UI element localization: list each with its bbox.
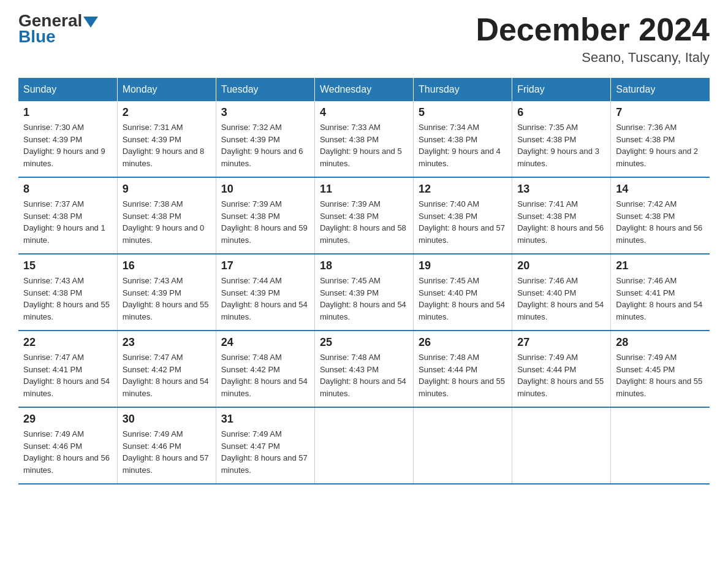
calendar-day-header: Thursday xyxy=(414,78,512,101)
page-header: General Blue December 2024 Seano, Tuscan… xyxy=(18,12,710,66)
day-number: 11 xyxy=(320,183,408,196)
calendar-cell xyxy=(414,407,512,484)
day-number: 26 xyxy=(419,336,507,349)
calendar-day-header: Saturday xyxy=(611,78,710,101)
day-number: 3 xyxy=(221,106,309,119)
calendar-week-row: 8 Sunrise: 7:37 AM Sunset: 4:38 PM Dayli… xyxy=(18,177,710,254)
day-number: 30 xyxy=(123,413,211,426)
calendar-cell: 3 Sunrise: 7:32 AM Sunset: 4:39 PM Dayli… xyxy=(216,101,314,177)
day-number: 4 xyxy=(320,106,408,119)
day-info: Sunrise: 7:49 AM Sunset: 4:45 PM Dayligh… xyxy=(616,351,705,399)
day-number: 17 xyxy=(221,259,309,272)
day-info: Sunrise: 7:46 AM Sunset: 4:40 PM Dayligh… xyxy=(517,275,605,323)
day-number: 15 xyxy=(23,259,112,272)
day-info: Sunrise: 7:47 AM Sunset: 4:42 PM Dayligh… xyxy=(123,351,211,399)
day-info: Sunrise: 7:35 AM Sunset: 4:38 PM Dayligh… xyxy=(517,121,605,169)
day-number: 28 xyxy=(616,336,705,349)
calendar-cell: 19 Sunrise: 7:45 AM Sunset: 4:40 PM Dayl… xyxy=(414,254,512,331)
calendar-cell: 12 Sunrise: 7:40 AM Sunset: 4:38 PM Dayl… xyxy=(414,177,512,254)
day-info: Sunrise: 7:49 AM Sunset: 4:44 PM Dayligh… xyxy=(517,351,605,399)
calendar-cell: 24 Sunrise: 7:48 AM Sunset: 4:42 PM Dayl… xyxy=(216,331,314,407)
day-number: 14 xyxy=(616,183,705,196)
logo-blue-text: Blue xyxy=(18,28,98,45)
day-info: Sunrise: 7:43 AM Sunset: 4:39 PM Dayligh… xyxy=(123,275,211,323)
day-number: 2 xyxy=(123,106,211,119)
calendar-day-header: Monday xyxy=(117,78,216,101)
calendar-cell: 28 Sunrise: 7:49 AM Sunset: 4:45 PM Dayl… xyxy=(611,331,710,407)
calendar-cell: 11 Sunrise: 7:39 AM Sunset: 4:38 PM Dayl… xyxy=(314,177,413,254)
day-info: Sunrise: 7:42 AM Sunset: 4:38 PM Dayligh… xyxy=(616,198,705,246)
calendar-cell: 2 Sunrise: 7:31 AM Sunset: 4:39 PM Dayli… xyxy=(117,101,216,177)
day-info: Sunrise: 7:34 AM Sunset: 4:38 PM Dayligh… xyxy=(419,121,507,169)
day-info: Sunrise: 7:48 AM Sunset: 4:43 PM Dayligh… xyxy=(320,351,408,399)
day-info: Sunrise: 7:45 AM Sunset: 4:39 PM Dayligh… xyxy=(320,275,408,323)
calendar-cell: 27 Sunrise: 7:49 AM Sunset: 4:44 PM Dayl… xyxy=(512,331,611,407)
calendar-cell: 9 Sunrise: 7:38 AM Sunset: 4:38 PM Dayli… xyxy=(117,177,216,254)
calendar-cell: 13 Sunrise: 7:41 AM Sunset: 4:38 PM Dayl… xyxy=(512,177,611,254)
calendar-week-row: 15 Sunrise: 7:43 AM Sunset: 4:38 PM Dayl… xyxy=(18,254,710,331)
day-number: 12 xyxy=(419,183,507,196)
calendar-day-header: Sunday xyxy=(18,78,117,101)
day-info: Sunrise: 7:38 AM Sunset: 4:38 PM Dayligh… xyxy=(123,198,211,246)
day-number: 20 xyxy=(517,259,605,272)
day-info: Sunrise: 7:40 AM Sunset: 4:38 PM Dayligh… xyxy=(419,198,507,246)
calendar-cell xyxy=(314,407,413,484)
calendar-cell: 8 Sunrise: 7:37 AM Sunset: 4:38 PM Dayli… xyxy=(18,177,117,254)
day-info: Sunrise: 7:30 AM Sunset: 4:39 PM Dayligh… xyxy=(23,121,112,169)
calendar-cell: 7 Sunrise: 7:36 AM Sunset: 4:38 PM Dayli… xyxy=(611,101,710,177)
calendar-cell xyxy=(611,407,710,484)
day-number: 8 xyxy=(23,183,112,196)
day-info: Sunrise: 7:31 AM Sunset: 4:39 PM Dayligh… xyxy=(123,121,211,169)
day-number: 31 xyxy=(221,413,309,426)
day-info: Sunrise: 7:44 AM Sunset: 4:39 PM Dayligh… xyxy=(221,275,309,323)
calendar-cell: 23 Sunrise: 7:47 AM Sunset: 4:42 PM Dayl… xyxy=(117,331,216,407)
day-number: 9 xyxy=(123,183,211,196)
location-text: Seano, Tuscany, Italy xyxy=(476,50,710,66)
calendar-cell xyxy=(512,407,611,484)
day-number: 13 xyxy=(517,183,605,196)
day-info: Sunrise: 7:45 AM Sunset: 4:40 PM Dayligh… xyxy=(419,275,507,323)
calendar-cell: 5 Sunrise: 7:34 AM Sunset: 4:38 PM Dayli… xyxy=(414,101,512,177)
day-number: 29 xyxy=(23,413,112,426)
day-info: Sunrise: 7:48 AM Sunset: 4:44 PM Dayligh… xyxy=(419,351,507,399)
day-number: 21 xyxy=(616,259,705,272)
title-section: December 2024 Seano, Tuscany, Italy xyxy=(476,12,710,66)
day-number: 27 xyxy=(517,336,605,349)
calendar-cell: 22 Sunrise: 7:47 AM Sunset: 4:41 PM Dayl… xyxy=(18,331,117,407)
calendar-cell: 6 Sunrise: 7:35 AM Sunset: 4:38 PM Dayli… xyxy=(512,101,611,177)
day-number: 16 xyxy=(123,259,211,272)
calendar-day-header: Tuesday xyxy=(216,78,314,101)
calendar-cell: 20 Sunrise: 7:46 AM Sunset: 4:40 PM Dayl… xyxy=(512,254,611,331)
day-number: 23 xyxy=(123,336,211,349)
calendar-cell: 21 Sunrise: 7:46 AM Sunset: 4:41 PM Dayl… xyxy=(611,254,710,331)
calendar-cell: 4 Sunrise: 7:33 AM Sunset: 4:38 PM Dayli… xyxy=(314,101,413,177)
calendar-cell: 25 Sunrise: 7:48 AM Sunset: 4:43 PM Dayl… xyxy=(314,331,413,407)
month-title: December 2024 xyxy=(476,12,710,47)
day-info: Sunrise: 7:49 AM Sunset: 4:46 PM Dayligh… xyxy=(123,428,211,476)
day-number: 22 xyxy=(23,336,112,349)
calendar-table: SundayMondayTuesdayWednesdayThursdayFrid… xyxy=(18,78,710,484)
day-info: Sunrise: 7:47 AM Sunset: 4:41 PM Dayligh… xyxy=(23,351,112,399)
calendar-header-row: SundayMondayTuesdayWednesdayThursdayFrid… xyxy=(18,78,710,101)
calendar-week-row: 1 Sunrise: 7:30 AM Sunset: 4:39 PM Dayli… xyxy=(18,101,710,177)
day-info: Sunrise: 7:41 AM Sunset: 4:38 PM Dayligh… xyxy=(517,198,605,246)
calendar-cell: 15 Sunrise: 7:43 AM Sunset: 4:38 PM Dayl… xyxy=(18,254,117,331)
calendar-cell: 16 Sunrise: 7:43 AM Sunset: 4:39 PM Dayl… xyxy=(117,254,216,331)
day-info: Sunrise: 7:43 AM Sunset: 4:38 PM Dayligh… xyxy=(23,275,112,323)
calendar-cell: 31 Sunrise: 7:49 AM Sunset: 4:47 PM Dayl… xyxy=(216,407,314,484)
day-number: 24 xyxy=(221,336,309,349)
day-number: 6 xyxy=(517,106,605,119)
day-number: 19 xyxy=(419,259,507,272)
calendar-cell: 30 Sunrise: 7:49 AM Sunset: 4:46 PM Dayl… xyxy=(117,407,216,484)
day-info: Sunrise: 7:36 AM Sunset: 4:38 PM Dayligh… xyxy=(616,121,705,169)
calendar-cell: 10 Sunrise: 7:39 AM Sunset: 4:38 PM Dayl… xyxy=(216,177,314,254)
calendar-cell: 1 Sunrise: 7:30 AM Sunset: 4:39 PM Dayli… xyxy=(18,101,117,177)
logo: General Blue xyxy=(18,12,98,45)
day-info: Sunrise: 7:49 AM Sunset: 4:47 PM Dayligh… xyxy=(221,428,309,476)
calendar-cell: 17 Sunrise: 7:44 AM Sunset: 4:39 PM Dayl… xyxy=(216,254,314,331)
calendar-cell: 18 Sunrise: 7:45 AM Sunset: 4:39 PM Dayl… xyxy=(314,254,413,331)
day-info: Sunrise: 7:32 AM Sunset: 4:39 PM Dayligh… xyxy=(221,121,309,169)
day-number: 1 xyxy=(23,106,112,119)
day-number: 7 xyxy=(616,106,705,119)
calendar-cell: 14 Sunrise: 7:42 AM Sunset: 4:38 PM Dayl… xyxy=(611,177,710,254)
